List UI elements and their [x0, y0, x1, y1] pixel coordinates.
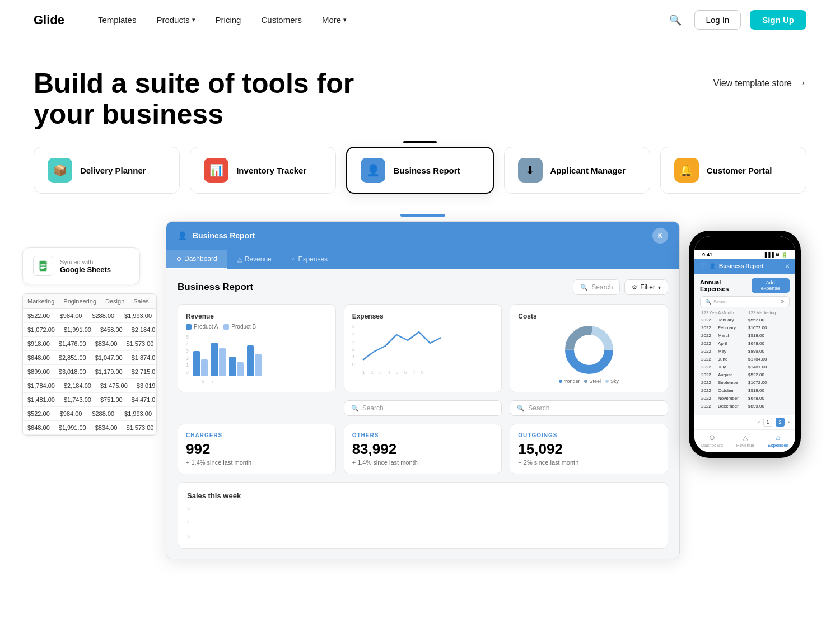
tab-delivery-planner[interactable]: 📦 Delivery Planner: [34, 147, 180, 194]
phone-table-row: 2022March$918.00: [700, 332, 790, 340]
filter-icon: ⚙: [632, 284, 637, 291]
phone-add-expense-btn[interactable]: Add expense: [752, 278, 790, 293]
page-1[interactable]: 1: [763, 418, 772, 427]
phone-search-bar[interactable]: 🔍 Search ⚙: [700, 296, 790, 307]
table-cell: $1,991.00: [59, 323, 96, 336]
phone-table-cell: August: [718, 372, 747, 377]
signup-button[interactable]: Sign Up: [750, 10, 806, 30]
sales-section: Sales this week 543: [178, 482, 668, 549]
stat-chargers: CHARGERS 992 + 1.4% since last month: [178, 424, 336, 474]
tab-revenue[interactable]: △ Revenue: [227, 250, 282, 269]
mid-search-2[interactable]: 🔍 Search: [510, 400, 668, 416]
phone-content: Annual Expenses Add expense 🔍 Search ⚙ 1…: [694, 274, 795, 415]
table-cell: $834.00: [91, 421, 122, 434]
tab-inventory-tracker[interactable]: 📊 Inventory Tracker: [190, 147, 336, 194]
phone-table-cell: January: [718, 317, 747, 322]
table-cell: $1,047.00: [91, 351, 127, 364]
table-cell: $288.00: [87, 407, 120, 420]
table-cell: $1,993.00: [120, 309, 156, 322]
mid-search-1[interactable]: 🔍 Search: [344, 400, 502, 416]
table-cell: $1,481.00: [23, 393, 59, 406]
phone-table-row: 2022December$899.00: [700, 403, 790, 410]
table-cell: $1,573.00: [122, 421, 157, 434]
app-frame: 👤 Business Report K ⊙ Dashboard △ Revenu…: [166, 221, 680, 559]
phone-table-cell: 2022: [701, 333, 717, 338]
table-cell: $1,993.00: [120, 407, 156, 420]
nav-link-more[interactable]: More ▾: [322, 15, 347, 25]
tab-customer-portal[interactable]: 🔔 Customer Portal: [660, 147, 806, 194]
phone-bottom-nav: ⊙ Dashboard △ Revenue ⌂ Expenses: [694, 429, 795, 452]
phone-table-cell: $1481.00: [748, 364, 779, 369]
table-cell: $522.00: [23, 309, 55, 322]
template-store-link[interactable]: View template store →: [713, 68, 806, 89]
table-row: $918.00$1,476.00$834.00$1,573.00: [23, 337, 156, 351]
phone-table-cell: April: [718, 341, 747, 346]
col-marketing: Marketing: [23, 294, 59, 308]
phone-table-cell: $552.00: [748, 317, 779, 322]
table-cell: $3,019.00: [132, 379, 157, 392]
col-design: Design: [101, 294, 129, 308]
main-content: Synced with Google Sheets Marketing Engi…: [0, 214, 840, 582]
phone-mockup: 9:41 ▐▐▐ ≋ 🔋 ☰ 👤 Business Report ✕ Annua…: [689, 231, 801, 458]
stat-outgoings: OUTGOINGS 15,092 + 2% since last month: [510, 424, 668, 474]
nav-link-customers[interactable]: Customers: [261, 15, 302, 25]
table-cell: $1,476.00: [54, 337, 91, 350]
nav-link-templates[interactable]: Templates: [98, 15, 136, 25]
nav-link-products[interactable]: Products ▾: [156, 15, 195, 25]
tab-business-report[interactable]: 👤 Business Report: [346, 147, 493, 194]
phone-table-row: 2022October$918.00: [700, 387, 790, 395]
table-body: $522.00$984.00$288.00$1,993.00$1,072.00$…: [23, 309, 156, 435]
phone-table-cell: $648.00: [748, 396, 779, 401]
nav-link-pricing[interactable]: Pricing: [216, 15, 241, 25]
table-cell: $751.00: [96, 393, 127, 406]
phone-table-cell: 2022: [701, 388, 717, 393]
phone-table-cell: October: [718, 388, 747, 393]
table-row: $522.00$984.00$288.00$1,993.00: [23, 407, 156, 421]
phone-table-row: 2022November$648.00: [700, 395, 790, 403]
phone-screen: 9:41 ▐▐▐ ≋ 🔋 ☰ 👤 Business Report ✕ Annua…: [694, 236, 795, 452]
table-cell: $648.00: [23, 421, 54, 434]
tab-expenses[interactable]: ⌂ Expenses: [282, 250, 338, 269]
page-next-icon[interactable]: ›: [788, 419, 790, 425]
stat-others-label: OTHERS: [352, 432, 494, 438]
products-chevron-icon: ▾: [192, 16, 195, 24]
tab-applicant-manager[interactable]: ⬇ Applicant Manager: [504, 147, 650, 194]
phone-table-row: 2022January$552.00: [700, 316, 790, 324]
filter-button[interactable]: ⚙ Filter ▾: [624, 279, 668, 295]
logo[interactable]: Glide: [34, 13, 64, 27]
table-cell: $288.00: [87, 309, 120, 322]
search-icon[interactable]: 🔍: [665, 10, 685, 30]
table-cell: $2,715.00: [127, 365, 157, 378]
tab-dashboard[interactable]: ⊙ Dashboard: [166, 250, 227, 269]
page-2[interactable]: 2: [776, 418, 785, 427]
app-body: Business Report 🔍 Search ⚙ Filter ▾: [166, 269, 679, 559]
table-cell: $834.00: [91, 337, 122, 350]
stat-chargers-label: CHARGERS: [186, 432, 328, 438]
table-cell: $2,184.00: [59, 379, 96, 392]
table-row: $1,784.00$2,184.00$1,475.00$3,019.00: [23, 379, 156, 393]
phone-table-cell: November: [718, 396, 747, 401]
nav-actions: 🔍 Log In Sign Up: [665, 10, 806, 30]
page-prev-icon[interactable]: ‹: [758, 419, 760, 425]
phone-table-cell: 2022: [701, 325, 717, 330]
phone-table-cell: $1072.00: [748, 380, 779, 385]
search-bar[interactable]: 🔍 Search: [573, 279, 620, 295]
phone-table-cell: September: [718, 380, 747, 385]
phone-nav-revenue[interactable]: △ Revenue: [736, 433, 754, 448]
sync-text-line1: Synced with: [60, 259, 111, 265]
table-cell: $2,184.00: [127, 323, 157, 336]
login-button[interactable]: Log In: [694, 10, 741, 30]
svg-rect-2: [40, 266, 45, 266]
phone-table-cell: $1072.00: [748, 325, 779, 330]
report-header-row: Business Report 🔍 Search ⚙ Filter ▾: [178, 279, 668, 295]
phone-nav-dashboard[interactable]: ⊙ Dashboard: [701, 433, 723, 448]
revenue-chart-card: Revenue Product A Product B: [178, 304, 336, 392]
template-tabs: 📦 Delivery Planner 📊 Inventory Tracker 👤…: [0, 147, 840, 194]
phone-table-cell: 2022: [701, 396, 717, 401]
costs-donut-chart: [564, 325, 614, 375]
table-header: Marketing Engineering Design Sales: [23, 294, 156, 309]
tab-inventory-label: Inventory Tracker: [236, 166, 306, 175]
phone-nav-expenses[interactable]: ⌂ Expenses: [768, 433, 788, 448]
phone-table-cell: $918.00: [748, 388, 779, 393]
svg-point-10: [575, 335, 604, 364]
